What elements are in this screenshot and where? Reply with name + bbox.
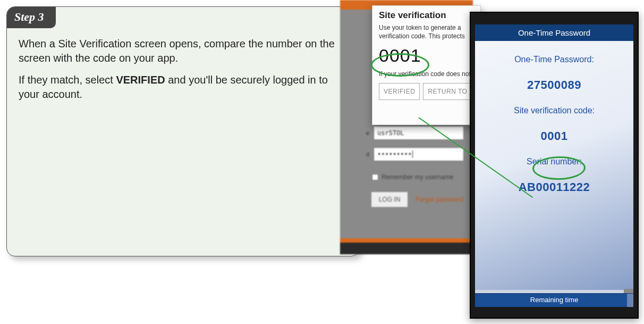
instruction-text: When a Site Verification screen opens, c… — [7, 28, 359, 102]
site-verification-buttons: VERIFIED RETURN TO — [379, 83, 475, 100]
username-label-fragment: e — [364, 130, 369, 136]
orange-bar-bottom — [340, 238, 473, 243]
site-verification-code: 0001 — [379, 45, 475, 66]
password-mask: ••••••••• — [377, 151, 412, 158]
password-row: d ••••••••• — [364, 147, 464, 161]
dark-footer-bar — [340, 243, 473, 254]
remember-label: Remember my username — [382, 173, 453, 181]
username-row: e — [364, 126, 464, 140]
phone-body: One-Time Password: 27500089 Site verific… — [475, 41, 633, 194]
phone-screen: One-Time Password One-Time Password: 275… — [475, 24, 633, 307]
site-verification-title: Site verification — [379, 10, 475, 21]
site-verification-note: If your verification code does not match — [379, 70, 475, 78]
return-button[interactable]: RETURN TO — [423, 83, 472, 100]
username-input[interactable] — [374, 126, 464, 140]
instruction-card: Step 3 When a Site Verification screen o… — [6, 6, 360, 256]
password-label-fragment: d — [364, 151, 369, 157]
phone-frame: One-Time Password One-Time Password: 275… — [470, 12, 639, 319]
serial-value: AB00011222 — [519, 180, 590, 194]
remaining-time-thumb-icon — [624, 289, 633, 293]
instruction-text-span: If they match, select — [19, 74, 116, 86]
otp-value: 27500089 — [527, 78, 581, 92]
step-badge: Step 3 — [7, 7, 56, 28]
phone-app-header: One-Time Password — [475, 24, 633, 41]
site-verification-desc: Use your token to generate a verificatio… — [379, 24, 475, 41]
verified-keyword: VERIFIED — [116, 74, 165, 86]
login-button[interactable]: LOG IN — [371, 192, 408, 207]
serial-label: Serial number: — [527, 157, 582, 167]
text-cursor-icon — [412, 151, 413, 158]
forgot-password-link[interactable]: Forgot password — [416, 196, 463, 203]
instruction-para-2: If they match, select VERIFIED and you'l… — [19, 73, 346, 102]
site-verification-panel: Site verification Use your token to gene… — [372, 5, 481, 125]
verified-button[interactable]: VERIFIED — [379, 83, 420, 100]
instruction-para-1: When a Site Verification screen opens, c… — [19, 37, 346, 65]
remember-checkbox[interactable] — [372, 174, 378, 180]
password-input[interactable]: ••••••••• — [374, 147, 464, 161]
remember-row[interactable]: Remember my username — [372, 173, 453, 181]
remaining-time-bar: Remaining time — [475, 293, 633, 307]
svc-value: 0001 — [541, 129, 568, 143]
svc-label: Site verification code: — [514, 106, 595, 115]
otp-label: One-Time Password: — [514, 55, 594, 64]
